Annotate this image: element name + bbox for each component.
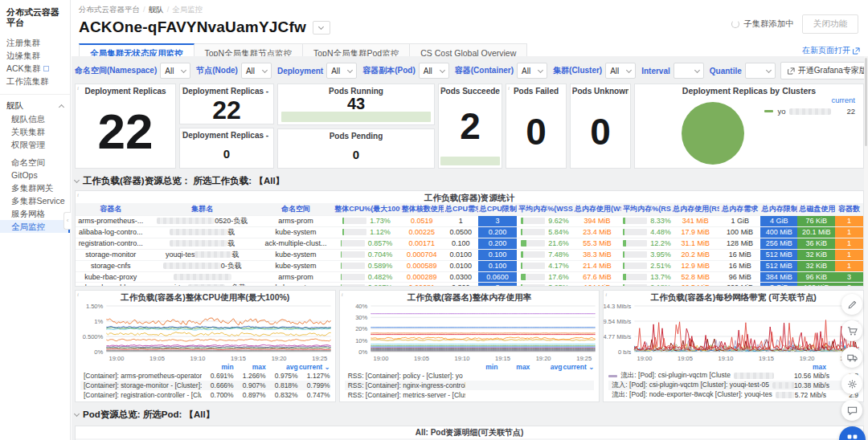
sidebar-item[interactable]: 全局监控 [0, 220, 70, 233]
redacted-text [188, 284, 225, 287]
cluster-name-cell: youqi-tesn-负载 [145, 282, 259, 287]
stat-bar-gauge [281, 112, 431, 122]
column-header[interactable]: 命名空间 [259, 203, 333, 215]
sidebar-item[interactable]: 关联集群 [0, 125, 70, 138]
column-header[interactable]: 容器名 [76, 203, 145, 215]
sidebar-group-fleet[interactable]: 舰队 [0, 100, 70, 112]
legend-series-label[interactable]: RSS: [Container]: metrics-server - [Clus… [345, 391, 466, 399]
settings-button[interactable] [841, 373, 862, 394]
sidebar-item[interactable]: 注册集群 [0, 36, 70, 49]
sidebar-item[interactable]: ACK集群 [0, 62, 70, 75]
sidebar-item[interactable]: 边缘集群 [0, 49, 70, 62]
legend-sort-header[interactable]: avg [530, 363, 562, 371]
column-header[interactable]: 容器数 [835, 203, 863, 215]
svg-text:4.77 Mib/s: 4.77 Mib/s [604, 333, 632, 340]
column-header[interactable]: 总内存限制 [760, 203, 798, 215]
breadcrumb-item[interactable]: 舰队 [149, 5, 164, 14]
section-workload-overview[interactable]: 工作负载(容器)资源总览： 所选工作负载: 【All】 [75, 174, 864, 187]
legend-sort-header[interactable]: max [497, 363, 530, 371]
filter-select[interactable]: All [160, 63, 190, 79]
namespace-cell: kube-system [259, 226, 333, 238]
table-header-row: 容器名集群名命名空间整体CPU%(最大100%整体核数使用总CPU需求总CPU限… [76, 203, 863, 215]
legend-sort-header[interactable]: current ⌄ [298, 363, 330, 371]
legend-series-label[interactable]: 流入: [Pod]: csi-plugin-vqctm [Cluster]: y… [608, 381, 794, 390]
column-header[interactable]: 整体CPU%(最大100% [333, 203, 399, 215]
legend-sort-header[interactable]: max [794, 363, 826, 371]
legend-series-label[interactable]: RSS: [Container]: nginx-ingress-controll… [345, 381, 466, 390]
filter-select[interactable]: All [605, 63, 636, 79]
edit-button[interactable] [841, 294, 862, 315]
gauge-cell: 0.227% [333, 282, 399, 287]
legend-sort-header[interactable]: current ⌄ [562, 363, 594, 371]
column-header[interactable]: 集群名 [145, 203, 259, 215]
legend-series-label[interactable]: [Container]: storage-monitor - [Cluster]… [80, 381, 202, 389]
column-header[interactable]: 平均内存%(WSS) [517, 203, 573, 215]
legend-header[interactable]: current [764, 96, 855, 104]
sidebar-item[interactable]: 权限管理 [0, 138, 70, 151]
column-header[interactable]: 总内存使用(WSS [573, 203, 621, 215]
legend-series-label[interactable]: RSS: [Container]: policy - [Cluster]: yo [345, 372, 466, 380]
pie-panel-deployment-replicas-by-clusters: Deployment Replicas by Clusters current … [634, 84, 864, 169]
sidebar-item[interactable]: 服务网格 [0, 207, 70, 220]
legend-series-label[interactable]: [Container]: registration-controller - [… [80, 391, 202, 399]
sidebar-group-label: 舰队 [6, 100, 23, 112]
column-header[interactable]: 总CPU限制 [478, 203, 518, 215]
svg-text:40%: 40% [355, 303, 367, 310]
stat-value: 0 [526, 96, 547, 168]
sidebar-item[interactable]: 命名空间 [0, 156, 70, 169]
legend-series-label[interactable]: [Container]: arms-prometheus-operator - … [80, 371, 202, 381]
column-header[interactable]: 总内存使用(RSS [671, 203, 719, 215]
column-header[interactable]: 总磁盘使用 [797, 203, 835, 215]
delivery-button[interactable] [841, 347, 862, 368]
gauge-bar [521, 284, 545, 287]
breadcrumb-item[interactable]: 分布式云容器平台 [79, 5, 140, 14]
sidebar-item[interactable]: 舰队信息 [0, 112, 70, 125]
legend-value: 1.266% [234, 372, 266, 380]
apps-button[interactable] [839, 426, 866, 440]
table-row: registration-contro...载ack-multiple-clus… [76, 238, 863, 249]
info-icon: i [77, 85, 79, 92]
legend-sort-header[interactable]: avg [266, 363, 298, 371]
scrollbar-thumb[interactable] [865, 58, 867, 146]
legend-row: 流出: [Pod]: node-exporter-8wcqk [Cluster]… [608, 390, 858, 400]
gauge-value: 4.17% [548, 262, 569, 270]
legend-series-label[interactable]: 流出: [Pod]: node-exporter-8wcqk [Cluster]… [608, 390, 794, 400]
filter-select[interactable]: All [241, 63, 272, 79]
feedback-button[interactable] [841, 400, 862, 421]
filter-select[interactable]: All [326, 63, 357, 79]
column-header[interactable]: 平均内存%(RSS [621, 203, 671, 215]
value-cell: 55.3 MiB [573, 238, 621, 249]
sidebar-item[interactable]: 多集群Service [0, 194, 70, 207]
column-header[interactable]: 整体核数使用 [400, 203, 444, 215]
svg-text:0.500%: 0.500% [83, 333, 104, 340]
legend-series-label[interactable]: 流出: [Pod]: csi-plugin-vqctm [Cluste [608, 371, 794, 381]
open-grafana-pro-button[interactable]: 开通Grafana专家版 [780, 62, 868, 79]
svg-text:10%: 10% [355, 337, 367, 344]
filter-select[interactable] [745, 63, 776, 79]
filter-select[interactable]: All [419, 63, 449, 79]
value-cell: 0.300 [444, 282, 478, 287]
sidebar-collapse-handle[interactable]: ‹ [63, 212, 71, 230]
close-feature-button[interactable]: 关闭功能 [802, 14, 858, 34]
stat-value: 43 [347, 96, 365, 112]
cost-button[interactable] [841, 320, 862, 341]
filter-select[interactable] [674, 63, 704, 79]
external-link-icon [788, 67, 795, 75]
open-in-new-page-link[interactable]: 在新页面打开 [802, 45, 860, 56]
filter-select[interactable]: All [517, 63, 547, 79]
section-pod-overview[interactable]: Pod资源总览: 所选Pod: 【All】 [75, 408, 864, 421]
sidebar-item[interactable]: GitOps [0, 169, 70, 181]
column-header[interactable]: 总CPU需求 [444, 203, 478, 215]
legend-sort-header[interactable]: min [465, 363, 497, 371]
sidebar-item[interactable]: 多集群网关 [0, 181, 70, 194]
info-icon: i [605, 291, 607, 298]
legend-sort-header[interactable]: min [202, 363, 234, 371]
sidebar-item[interactable]: 工作流集群 [0, 75, 70, 88]
cluster-name-cell: youqi-tes载 [145, 249, 259, 260]
title-dropdown[interactable] [313, 21, 330, 35]
legend-row[interactable]: yo 22 [764, 107, 855, 116]
pie-chart [682, 102, 744, 165]
column-header[interactable]: 总内存需求 [719, 203, 760, 215]
cpu-usage-chart: 0%0.500%1%1.50%19:0019:0519:1019:1519:20… [76, 303, 335, 362]
legend-sort-header[interactable]: max [234, 363, 266, 371]
